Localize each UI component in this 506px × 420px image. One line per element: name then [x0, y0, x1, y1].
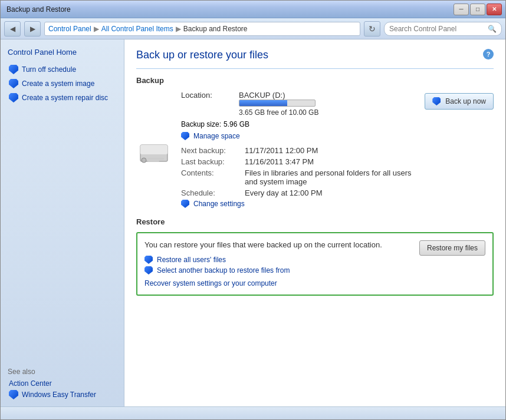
backup-row: Location: BACKUP (D:) 3.65 GB free of 10… [136, 91, 494, 208]
maximize-button[interactable]: □ [470, 4, 485, 15]
sidebar: Control Panel Home Turn off schedule Cre… [1, 39, 124, 406]
sidebar-item-system-image[interactable]: Create a system image [1, 77, 124, 91]
schedule-value: Every day at 12:00 PM [245, 188, 323, 197]
restore-text: You can restore your files that were bac… [144, 240, 382, 249]
location-label: Location: [181, 91, 234, 100]
status-bar [1, 406, 505, 419]
svg-rect-4 [147, 161, 159, 162]
title-bar-buttons: ─ □ ✕ [454, 4, 502, 15]
sidebar-item-turn-off-schedule[interactable]: Turn off schedule [1, 62, 124, 77]
search-bar: 🔍 [384, 22, 502, 36]
shield-icon-transfer [9, 390, 18, 399]
restore-section-title: Restore [136, 217, 494, 226]
change-settings-link[interactable]: Change settings [181, 200, 415, 208]
backup-size-label: Backup size: [181, 120, 221, 128]
last-backup-row: Last backup: 11/16/2011 3:47 PM [181, 157, 415, 166]
window-title: Backup and Restore [6, 5, 71, 14]
progress-bar-fill [239, 100, 287, 106]
backup-section-title: Backup [136, 76, 494, 85]
backup-size-row: Backup size: 5.96 GB [181, 120, 415, 128]
backup-section: Backup [136, 76, 494, 208]
last-backup-value: 11/16/2011 3:47 PM [245, 157, 314, 166]
restore-section: Restore You can restore your files that … [136, 217, 494, 296]
see-also-label: See also [1, 363, 124, 378]
manage-space-shield-icon [181, 132, 189, 140]
last-backup-label: Last backup: [181, 157, 240, 166]
easy-transfer-label: Windows Easy Transfer [22, 391, 96, 399]
schedule-label: Schedule: [181, 188, 240, 197]
main-layout: Control Panel Home Turn off schedule Cre… [1, 39, 505, 406]
shield-icon-repair [9, 93, 18, 102]
drive-icon-container [136, 97, 172, 208]
svg-rect-1 [140, 145, 167, 154]
info-table: Next backup: 11/17/2011 12:00 PM Last ba… [181, 146, 415, 208]
search-icon[interactable]: 🔍 [488, 25, 497, 33]
backup-details: Location: BACKUP (D:) 3.65 GB free of 10… [136, 91, 415, 208]
refresh-button[interactable]: ↻ [364, 21, 380, 37]
breadcrumb-current: Backup and Restore [183, 25, 248, 33]
restore-my-files-button[interactable]: Restore my files [419, 240, 485, 256]
sidebar-item-repair-disc[interactable]: Create a system repair disc [1, 91, 124, 105]
svg-rect-3 [147, 158, 164, 160]
back-button[interactable]: ◀ [4, 21, 21, 37]
sidebar-label-schedule: Turn off schedule [22, 65, 76, 74]
change-settings-shield-icon [181, 200, 189, 208]
backup-info: Location: BACKUP (D:) 3.65 GB free of 10… [181, 91, 415, 208]
select-backup-shield-icon [144, 266, 153, 275]
sidebar-label-image: Create a system image [22, 80, 94, 88]
manage-space-link[interactable]: Manage space [181, 132, 415, 140]
sidebar-label-repair: Create a system repair disc [22, 94, 108, 102]
minimize-button[interactable]: ─ [454, 4, 469, 15]
location-value: BACKUP (D:) [239, 91, 318, 100]
free-space: 3.65 GB free of 10.00 GB [239, 108, 318, 117]
select-backup-link[interactable]: Select another backup to restore files f… [144, 266, 485, 275]
address-bar: ◀ ▶ Control Panel ▶ All Control Panel It… [1, 18, 505, 39]
divider-top [136, 68, 494, 69]
contents-label: Contents: [181, 168, 240, 186]
backup-btn-shield-icon [432, 97, 441, 105]
title-bar: Backup and Restore ─ □ ✕ [1, 1, 505, 18]
search-input[interactable] [389, 25, 485, 33]
restore-links: Restore all users' files Select another … [144, 256, 485, 275]
main-window: Backup and Restore ─ □ ✕ ◀ ▶ Control Pan… [0, 0, 506, 420]
back-up-now-button[interactable]: Back up now [425, 93, 494, 110]
contents-row: Contents: Files in libraries and persona… [181, 168, 415, 186]
next-backup-label: Next backup: [181, 146, 240, 155]
shield-icon-schedule [9, 65, 18, 74]
breadcrumb: Control Panel ▶ All Control Panel Items … [44, 22, 360, 36]
shield-icon-image [9, 79, 18, 88]
progress-bar [239, 100, 316, 107]
page-title: Back up or restore your files [136, 49, 268, 61]
next-backup-row: Next backup: 11/17/2011 12:00 PM [181, 146, 415, 155]
restore-header-row: You can restore your files that were bac… [144, 240, 485, 256]
breadcrumb-all-items[interactable]: All Control Panel Items [101, 25, 173, 33]
drive-icon [139, 140, 169, 165]
svg-point-2 [142, 158, 146, 163]
forward-button[interactable]: ▶ [24, 21, 41, 37]
schedule-row: Schedule: Every day at 12:00 PM [181, 188, 415, 197]
content-area: Back up or restore your files ? Backup [124, 39, 505, 406]
sidebar-link-easy-transfer[interactable]: Windows Easy Transfer [1, 389, 124, 401]
next-backup-value: 11/17/2011 12:00 PM [245, 146, 318, 155]
help-icon[interactable]: ? [483, 49, 494, 59]
restore-all-users-link[interactable]: Restore all users' files [144, 256, 485, 264]
sidebar-link-action-center[interactable]: Action Center [1, 378, 124, 389]
restore-all-shield-icon [144, 256, 153, 264]
location-row: Location: BACKUP (D:) 3.65 GB free of 10… [181, 91, 415, 117]
recover-system-link[interactable]: Recover system settings or your computer [144, 279, 485, 287]
sidebar-home[interactable]: Control Panel Home [1, 45, 124, 62]
close-button[interactable]: ✕ [487, 4, 502, 15]
contents-value: Files in libraries and personal folders … [245, 168, 415, 186]
breadcrumb-control-panel[interactable]: Control Panel [48, 25, 91, 33]
backup-size-value: 5.96 GB [224, 120, 249, 128]
restore-box: You can restore your files that were bac… [136, 232, 494, 296]
